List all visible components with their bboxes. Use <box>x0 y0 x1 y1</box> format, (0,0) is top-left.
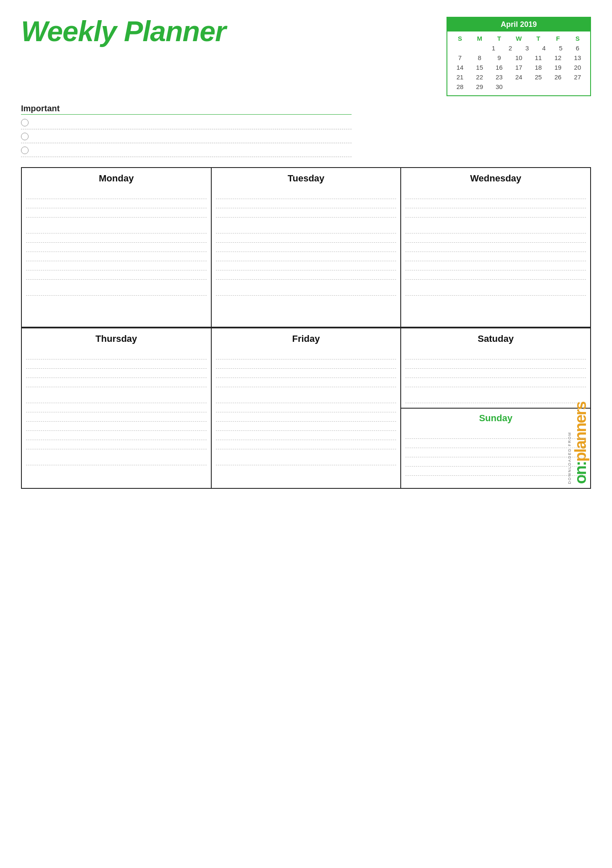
thursday-cell: Thursday <box>22 328 212 488</box>
wednesday-line-7 <box>405 252 586 261</box>
cal-day-5: 5 <box>552 44 569 52</box>
thursday-line-2 <box>26 359 207 369</box>
wednesday-line-1 <box>405 190 586 199</box>
sat-sun-cell: Satuday DOWNLOADED FROM on:planners <box>401 328 591 488</box>
cal-day-14: 14 <box>452 63 468 72</box>
saturday-line-1 <box>405 350 586 359</box>
thursday-line-1 <box>26 350 207 359</box>
sunday-line-4 <box>405 457 586 467</box>
cal-header-s2: S <box>569 34 586 43</box>
saturday-line-2 <box>405 359 586 369</box>
cal-day-25: 25 <box>530 73 547 81</box>
cal-day-15: 15 <box>471 63 488 72</box>
cal-day-28: 28 <box>452 82 468 91</box>
cal-day-3: 3 <box>519 44 536 52</box>
important-line-1 <box>21 129 352 129</box>
thursday-line-10 <box>26 440 207 449</box>
important-item-2 <box>21 132 352 140</box>
cal-day-9: 9 <box>491 53 507 62</box>
cal-day-2: 2 <box>502 44 519 52</box>
friday-dot-1 <box>216 387 397 391</box>
cal-day-23: 23 <box>491 73 507 81</box>
wednesday-line-3 <box>405 208 586 218</box>
cal-week-5: 28 29 30 - - - - <box>452 82 586 91</box>
page-header: Weekly Planner April 2019 S M T W T F S … <box>21 17 591 96</box>
tuesday-line-9 <box>216 270 397 280</box>
weekly-grid-top: Monday Tuesday <box>21 167 591 328</box>
cal-day-1: 1 <box>485 44 502 52</box>
cal-day-24: 24 <box>510 73 527 81</box>
cal-day-empty2: - <box>468 44 485 52</box>
tuesday-line-8 <box>216 261 397 270</box>
sunday-line-5 <box>405 467 586 476</box>
weekly-grid-bottom: Thursday Friday <box>21 328 591 489</box>
cal-day-empty4: - <box>530 82 547 91</box>
cal-day-8: 8 <box>471 53 488 62</box>
important-label: Important <box>21 104 352 115</box>
important-section: Important <box>21 104 352 157</box>
wednesday-cell: Wednesday <box>401 168 591 328</box>
cal-header-w: W <box>510 34 527 43</box>
cal-day-6: 6 <box>569 44 586 52</box>
monday-line-6 <box>26 243 207 252</box>
thursday-dot-4 <box>26 453 207 456</box>
friday-line-9 <box>216 431 397 440</box>
thursday-dot-1 <box>26 387 207 391</box>
tuesday-line-6 <box>216 243 397 252</box>
saturday-dot-1 <box>405 387 586 391</box>
friday-cell: Friday <box>212 328 402 488</box>
circle-icon-2 <box>21 133 29 140</box>
tuesday-label: Tuesday <box>216 173 397 184</box>
wednesday-line-9 <box>405 270 586 280</box>
important-line-3 <box>21 157 352 157</box>
tuesday-lines <box>216 190 397 296</box>
cal-header-f: F <box>549 34 566 43</box>
mini-calendar: April 2019 S M T W T F S - - 1 2 3 4 5 6 <box>447 17 591 96</box>
cal-day-20: 20 <box>569 63 586 72</box>
thursday-label: Thursday <box>26 333 207 344</box>
cal-day-empty5: - <box>549 82 566 91</box>
thursday-line-4 <box>26 378 207 387</box>
tuesday-cell: Tuesday <box>212 168 402 328</box>
cal-header-m: M <box>471 34 488 43</box>
cal-week-4: 21 22 23 24 25 26 27 <box>452 73 586 81</box>
wednesday-dot-2 <box>405 221 586 224</box>
tuesday-dot-2 <box>216 221 397 224</box>
monday-line-4 <box>26 224 207 233</box>
tuesday-line-7 <box>216 252 397 261</box>
cal-day-17: 17 <box>510 63 527 72</box>
sunday-label: Sunday <box>405 413 586 424</box>
important-item-1 <box>21 118 352 126</box>
cal-day-26: 26 <box>549 73 566 81</box>
cal-header-t: T <box>491 34 507 43</box>
friday-dot-3 <box>216 449 397 453</box>
friday-line-3 <box>216 369 397 378</box>
thursday-dot-3 <box>26 449 207 453</box>
wednesday-line-10 <box>405 286 586 296</box>
cal-week-2: 7 8 9 10 11 12 13 <box>452 53 586 62</box>
cal-header-s: S <box>452 34 468 43</box>
cal-day-29: 29 <box>471 82 488 91</box>
saturday-line-3 <box>405 369 586 378</box>
friday-line-11 <box>216 456 397 465</box>
circle-icon-3 <box>21 147 29 154</box>
saturday-part: Satuday DOWNLOADED FROM on:planners <box>401 328 590 409</box>
cal-day-empty3: - <box>510 82 527 91</box>
cal-header-t2: T <box>530 34 547 43</box>
circle-icon-1 <box>21 119 29 126</box>
saturday-lines <box>405 350 586 403</box>
tuesday-line-3 <box>216 208 397 218</box>
page-title: Weekly Planner <box>21 17 226 45</box>
tuesday-line-4 <box>216 224 397 233</box>
cal-day-19: 19 <box>549 63 566 72</box>
wednesday-dot-4 <box>405 283 586 286</box>
cal-day-27: 27 <box>569 73 586 81</box>
monday-dot-4 <box>26 283 207 286</box>
sunday-line-3 <box>405 448 586 457</box>
thursday-line-3 <box>26 369 207 378</box>
friday-line-5 <box>216 394 397 403</box>
tuesday-dot-3 <box>216 280 397 283</box>
saturday-line-4 <box>405 378 586 387</box>
monday-line-7 <box>26 252 207 261</box>
wednesday-line-5 <box>405 233 586 243</box>
